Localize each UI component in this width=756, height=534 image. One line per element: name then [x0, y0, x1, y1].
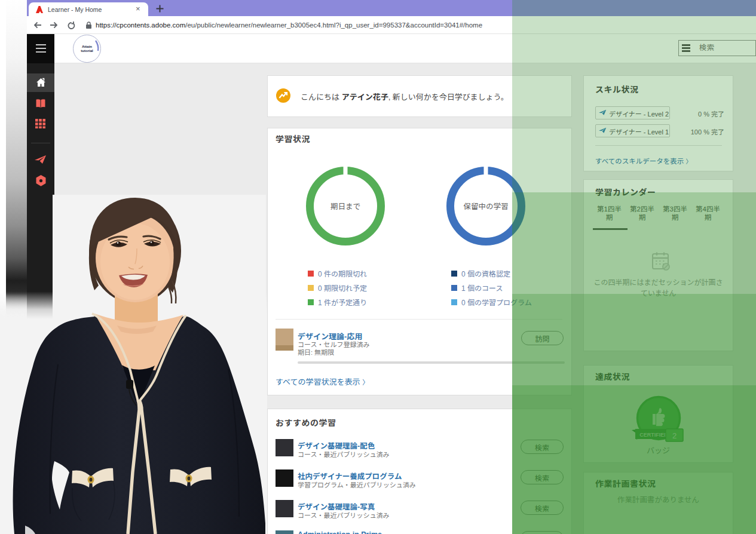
- svg-text:保留中の学習: 保留中の学習: [463, 202, 508, 211]
- svg-text:tutorial: tutorial: [81, 49, 93, 53]
- svg-text:期日まで: 期日まで: [330, 202, 360, 211]
- svg-text:Attain: Attain: [82, 45, 92, 48]
